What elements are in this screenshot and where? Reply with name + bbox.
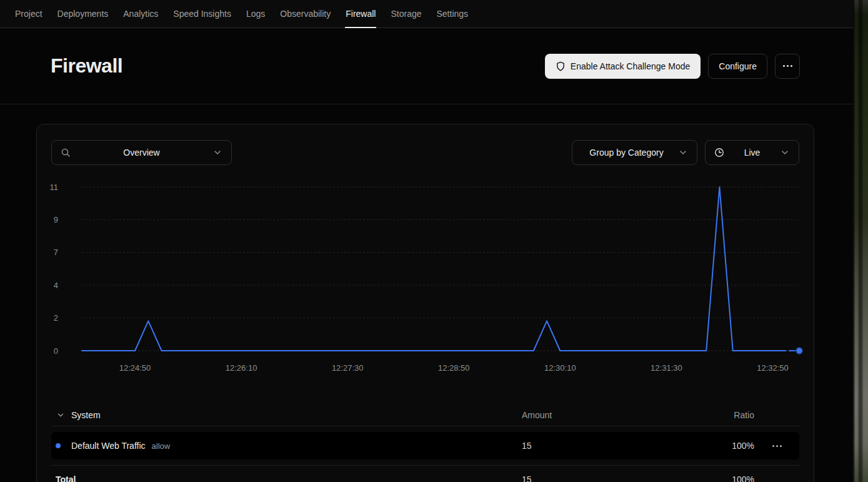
svg-text:12:32:50: 12:32:50 xyxy=(757,363,789,373)
svg-text:12:26:10: 12:26:10 xyxy=(226,363,257,373)
svg-text:12:27:30: 12:27:30 xyxy=(332,363,364,373)
svg-text:4: 4 xyxy=(54,281,58,290)
nav-item-settings[interactable]: Settings xyxy=(429,0,476,28)
svg-text:2: 2 xyxy=(54,313,58,323)
group-header-label: System xyxy=(71,410,101,420)
rule-ratio: 100% xyxy=(698,441,754,451)
desktop-wallpaper-strip xyxy=(853,0,868,482)
overview-select-value: Overview xyxy=(77,148,206,158)
column-header-amount: Amount xyxy=(522,410,698,420)
screen: Project Deployments Analytics Speed Insi… xyxy=(0,0,868,482)
table-row-default-web-traffic[interactable]: Default Web Traffic allow 15 100% xyxy=(51,432,799,459)
chevron-down-icon xyxy=(212,148,222,158)
project-nav: Project Deployments Analytics Speed Insi… xyxy=(0,0,853,28)
page-header: Firewall Enable Attack Challenge Mode Co… xyxy=(0,28,853,104)
svg-text:12:31:30: 12:31:30 xyxy=(651,363,682,373)
clock-icon xyxy=(714,148,724,158)
svg-text:11: 11 xyxy=(50,183,59,192)
svg-text:9: 9 xyxy=(54,215,58,224)
shield-icon xyxy=(556,61,566,71)
rule-name: Default Web Traffic xyxy=(71,441,146,451)
nav-item-logs[interactable]: Logs xyxy=(239,0,272,28)
svg-text:7: 7 xyxy=(54,248,58,257)
enable-button-label: Enable Attack Challenge Mode xyxy=(571,61,690,71)
total-ratio: 100% xyxy=(698,474,754,482)
configure-button[interactable]: Configure xyxy=(708,54,767,79)
group-by-select-value: Group by Category xyxy=(581,148,672,158)
more-actions-button[interactable] xyxy=(775,54,800,79)
nav-item-deployments[interactable]: Deployments xyxy=(50,0,116,28)
header-actions: Enable Attack Challenge Mode Configure xyxy=(545,54,800,79)
rules-table-header: System Amount Ratio xyxy=(51,404,799,426)
chevron-down-icon xyxy=(780,148,790,158)
rule-action-badge: allow xyxy=(152,441,171,451)
chevron-down-icon xyxy=(56,411,65,419)
overview-select[interactable]: Overview xyxy=(51,140,232,165)
traffic-chart-svg: 119742012:24:5012:26:1012:27:3012:28:501… xyxy=(37,173,814,387)
group-by-select[interactable]: Group by Category xyxy=(572,140,697,165)
chart-controls-right: Group by Category Live xyxy=(572,140,799,165)
browser-content: Project Deployments Analytics Speed Insi… xyxy=(0,0,853,482)
nav-item-firewall[interactable]: Firewall xyxy=(338,0,383,28)
search-icon xyxy=(61,148,71,158)
main-content: Overview Group by Category xyxy=(0,124,853,482)
rules-table: System Amount Ratio Default Web Traffic … xyxy=(51,404,799,482)
nav-item-speed-insights[interactable]: Speed Insights xyxy=(166,0,239,28)
page-title: Firewall xyxy=(51,54,122,78)
chevron-down-icon xyxy=(678,148,688,158)
chart-controls: Overview Group by Category xyxy=(37,124,814,165)
configure-button-label: Configure xyxy=(719,61,757,71)
svg-text:0: 0 xyxy=(54,346,58,356)
firewall-overview-card: Overview Group by Category xyxy=(36,124,814,482)
nav-item-project[interactable]: Project xyxy=(7,0,50,28)
rule-name-cell: Default Web Traffic allow xyxy=(51,441,522,451)
row-menu-button[interactable] xyxy=(754,445,799,447)
svg-text:12:28:50: 12:28:50 xyxy=(438,363,470,373)
table-total-row: Total 15 100% xyxy=(51,466,799,482)
total-label: Total xyxy=(51,474,522,482)
series-color-dot xyxy=(56,443,61,448)
traffic-chart: 119742012:24:5012:26:1012:27:3012:28:501… xyxy=(37,173,814,387)
nav-item-analytics[interactable]: Analytics xyxy=(116,0,166,28)
nav-item-observability[interactable]: Observability xyxy=(272,0,338,28)
group-header-cell[interactable]: System xyxy=(51,410,522,420)
svg-text:12:24:50: 12:24:50 xyxy=(119,363,151,373)
nav-item-storage[interactable]: Storage xyxy=(383,0,429,28)
enable-attack-challenge-mode-button[interactable]: Enable Attack Challenge Mode xyxy=(545,54,701,79)
ellipsis-icon xyxy=(783,65,792,67)
svg-text:12:30:10: 12:30:10 xyxy=(544,363,576,373)
ellipsis-icon xyxy=(772,445,782,447)
time-range-select-value: Live xyxy=(731,148,774,158)
time-range-select[interactable]: Live xyxy=(705,140,799,165)
total-amount: 15 xyxy=(522,474,698,482)
column-header-ratio: Ratio xyxy=(698,410,754,420)
rule-amount: 15 xyxy=(522,441,698,451)
